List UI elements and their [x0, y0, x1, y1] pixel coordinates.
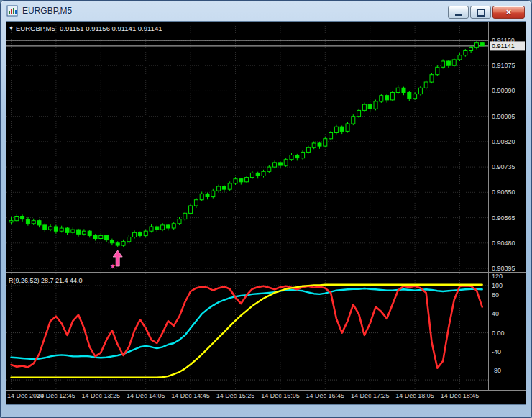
minimize-button[interactable] [448, 6, 469, 19]
svg-text:14 Dec 12:45: 14 Dec 12:45 [37, 392, 75, 399]
svg-text:14 Dec 16:05: 14 Dec 16:05 [261, 392, 300, 399]
titlebar[interactable]: EURGBP,M5 × [1, 1, 531, 21]
window-controls: × [448, 6, 525, 19]
svg-text:0.90480: 0.90480 [492, 240, 515, 247]
svg-text:-80: -80 [492, 367, 501, 374]
svg-text:▼: ▼ [9, 26, 14, 31]
svg-text:14 Dec 14:05: 14 Dec 14:05 [127, 392, 165, 399]
svg-text:14 Dec 18:05: 14 Dec 18:05 [395, 392, 434, 399]
svg-text:14 Dec 17:25: 14 Dec 17:25 [351, 392, 390, 399]
price-axis: 0.911600.910750.909900.909050.908200.907… [492, 37, 515, 272]
svg-text:0.90990: 0.90990 [492, 87, 515, 94]
mt4-chart-window: EURGBP,M5 × ★0.911600.910750.909900.9090… [0, 0, 532, 418]
time-axis: 14 Dec 202014 Dec 12:4514 Dec 13:2514 De… [7, 392, 479, 399]
svg-text:14 Dec 13:25: 14 Dec 13:25 [82, 392, 121, 399]
svg-text:14 Dec 16:45: 14 Dec 16:45 [306, 392, 345, 399]
chart-window-icon [6, 5, 18, 17]
chart-svg[interactable]: ★0.911600.910750.909900.909050.908200.90… [6, 22, 526, 404]
chart-header: ▼EURGBP,M50.91151 0.91156 0.91141 0.9114… [9, 24, 162, 284]
svg-text:★: ★ [110, 263, 116, 270]
svg-text:0.00: 0.00 [492, 330, 505, 337]
svg-text:100: 100 [492, 282, 503, 289]
svg-text:14 Dec 14:45: 14 Dec 14:45 [171, 392, 210, 399]
close-button[interactable]: × [492, 6, 525, 19]
price-lines [6, 40, 488, 46]
svg-text:14 Dec 18:45: 14 Dec 18:45 [441, 392, 480, 399]
chart-canvas[interactable]: ★0.911600.910750.909900.909050.908200.90… [6, 21, 526, 405]
candles-layer [9, 41, 484, 247]
svg-text:0.90820: 0.90820 [492, 138, 515, 145]
svg-text:0.91151 0.91156 0.91141 0.9114: 0.91151 0.91156 0.91141 0.91141 [60, 24, 162, 32]
svg-text:40: 40 [492, 310, 499, 317]
svg-text:0.91141: 0.91141 [492, 42, 515, 50]
maximize-button[interactable] [470, 6, 491, 19]
bid-price-box: 0.91141 [490, 41, 525, 50]
svg-text:120: 120 [492, 273, 503, 280]
svg-text:-40: -40 [492, 348, 501, 355]
svg-text:14 Dec 15:25: 14 Dec 15:25 [216, 392, 255, 399]
svg-text:0.91075: 0.91075 [492, 62, 515, 69]
buy-arrow: ★ [110, 250, 123, 270]
minimize-icon [455, 14, 462, 16]
svg-text:0.90905: 0.90905 [492, 113, 515, 120]
indicator-label: R(9,26,52) 28.7 21.4 44.0 [9, 277, 83, 284]
indicator-lines [12, 285, 482, 378]
svg-text:0.90735: 0.90735 [492, 163, 515, 171]
svg-text:80: 80 [492, 291, 499, 299]
svg-text:0.90650: 0.90650 [492, 188, 515, 196]
grid-layer [6, 22, 488, 390]
indicator-axis: 12010080400.00-40-80 [492, 273, 505, 374]
svg-text:EURGBP,M5: EURGBP,M5 [16, 24, 55, 32]
svg-text:0.90395: 0.90395 [492, 265, 515, 272]
close-icon: × [506, 6, 512, 18]
svg-text:0.90565: 0.90565 [492, 214, 515, 222]
maximize-icon [477, 9, 485, 17]
window-title: EURGBP,M5 [22, 6, 72, 16]
